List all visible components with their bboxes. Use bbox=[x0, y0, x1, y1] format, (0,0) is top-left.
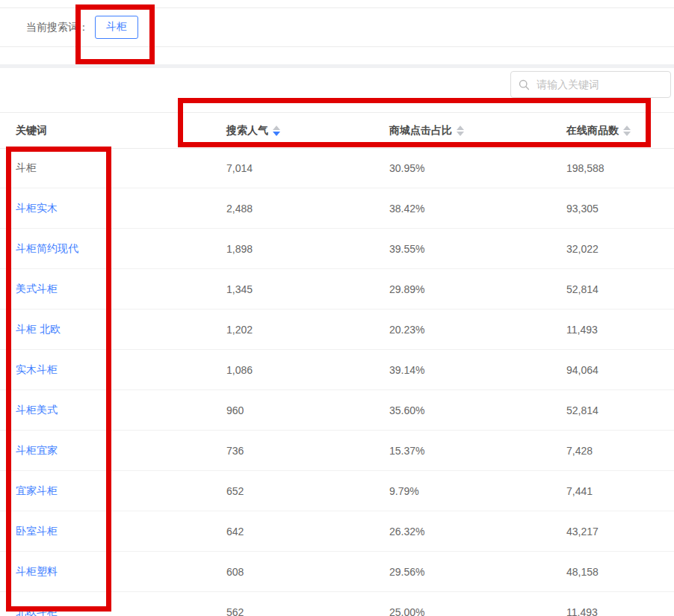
online-products-value: 93,305 bbox=[552, 203, 674, 215]
mall-click-ratio-value: 26.32% bbox=[375, 526, 552, 538]
search-popularity-value: 7,014 bbox=[212, 162, 375, 174]
online-products-value: 32,022 bbox=[552, 243, 674, 255]
sort-icon[interactable] bbox=[623, 126, 631, 136]
online-products-value: 48,158 bbox=[552, 566, 674, 578]
mall-click-ratio-value: 15.37% bbox=[375, 445, 552, 457]
search-popularity-value: 736 bbox=[212, 445, 375, 457]
keyword-link[interactable]: 北欧斗柜 bbox=[16, 606, 58, 616]
mall-click-ratio-value: 39.55% bbox=[375, 243, 552, 255]
mall-click-ratio-value: 39.14% bbox=[375, 364, 552, 376]
search-icon bbox=[519, 79, 530, 90]
keyword-link[interactable]: 卧室斗柜 bbox=[16, 525, 58, 537]
search-popularity-value: 1,898 bbox=[212, 243, 375, 255]
online-products-value: 198,588 bbox=[552, 162, 674, 174]
keyword-link: 斗柜 bbox=[16, 161, 37, 173]
search-popularity-value: 562 bbox=[212, 606, 375, 616]
keyword-link[interactable]: 斗柜塑料 bbox=[16, 565, 58, 577]
search-popularity-value: 608 bbox=[212, 566, 375, 578]
online-products-value: 43,217 bbox=[552, 526, 674, 538]
table-row: 斗柜实木 2,488 38.42% 93,305 bbox=[0, 188, 674, 229]
table-row: 斗柜简约现代 1,898 39.55% 32,022 bbox=[0, 229, 674, 269]
mall-click-ratio-value: 38.42% bbox=[375, 203, 552, 215]
table-row: 斗柜宜家 736 15.37% 7,428 bbox=[0, 431, 674, 471]
search-popularity-value: 642 bbox=[212, 526, 375, 538]
search-popularity-value: 2,488 bbox=[212, 203, 375, 215]
keyword-search-input[interactable] bbox=[535, 78, 663, 91]
table-row: 实木斗柜 1,086 39.14% 94,064 bbox=[0, 350, 674, 390]
keyword-link[interactable]: 斗柜 北欧 bbox=[16, 323, 61, 335]
keyword-link[interactable]: 斗柜实木 bbox=[16, 202, 58, 214]
table-row: 宜家斗柜 652 9.79% 7,441 bbox=[0, 471, 674, 511]
keyword-link[interactable]: 斗柜简约现代 bbox=[16, 242, 78, 254]
column-header-keyword: 关键词 bbox=[0, 124, 212, 138]
table-row: 北欧斗柜 562 25.00% 11,493 bbox=[0, 592, 674, 616]
mall-click-ratio-value: 9.79% bbox=[375, 485, 552, 497]
keyword-analytics-page: { "topbar": { "label": "当前搜索词：", "curren… bbox=[0, 0, 674, 616]
search-popularity-value: 960 bbox=[212, 404, 375, 416]
table-row: 美式斗柜 1,345 29.89% 52,814 bbox=[0, 269, 674, 309]
current-search-term-label: 当前搜索词： bbox=[26, 21, 89, 34]
keyword-link[interactable]: 斗柜宜家 bbox=[16, 444, 58, 456]
mall-click-ratio-value: 30.95% bbox=[375, 162, 552, 174]
table-row: 斗柜 北欧 1,202 20.23% 11,493 bbox=[0, 309, 674, 350]
search-popularity-value: 1,345 bbox=[212, 283, 375, 295]
mall-click-ratio-value: 20.23% bbox=[375, 324, 552, 336]
table-row: 斗柜塑料 608 29.56% 48,158 bbox=[0, 552, 674, 592]
online-products-value: 7,441 bbox=[552, 485, 674, 497]
keyword-link[interactable]: 实木斗柜 bbox=[16, 363, 58, 375]
search-popularity-value: 652 bbox=[212, 485, 375, 497]
sort-icon[interactable] bbox=[457, 126, 464, 136]
keyword-search-box[interactable] bbox=[510, 71, 671, 98]
online-products-value: 11,493 bbox=[552, 606, 674, 616]
mall-click-ratio-value: 29.56% bbox=[375, 566, 552, 578]
current-search-term-tag[interactable]: 斗柜 bbox=[95, 16, 138, 39]
mall-click-ratio-value: 29.89% bbox=[375, 283, 552, 295]
online-products-value: 7,428 bbox=[552, 445, 674, 457]
online-products-value: 52,814 bbox=[552, 283, 674, 295]
search-popularity-value: 1,086 bbox=[212, 364, 375, 376]
table-row: 斗柜 7,014 30.95% 198,588 bbox=[0, 148, 674, 188]
table-row: 卧室斗柜 642 26.32% 43,217 bbox=[0, 511, 674, 552]
online-products-value: 52,814 bbox=[552, 404, 674, 416]
table-row: 斗柜美式 960 35.60% 52,814 bbox=[0, 390, 674, 431]
sort-icon[interactable] bbox=[273, 126, 280, 136]
keyword-link[interactable]: 宜家斗柜 bbox=[16, 484, 58, 496]
column-header-mall-click-ratio[interactable]: 商城点击占比 bbox=[375, 124, 552, 138]
table-header-row: 关键词 搜索人气 商城点击占比 在线商品数 bbox=[0, 112, 674, 149]
keyword-link[interactable]: 美式斗柜 bbox=[16, 283, 58, 295]
current-search-term-bar: 当前搜索词： 斗柜 bbox=[0, 8, 674, 46]
topbar-bottom-divider bbox=[0, 46, 674, 47]
column-header-online-products[interactable]: 在线商品数 bbox=[552, 124, 674, 138]
search-popularity-value: 1,202 bbox=[212, 324, 375, 336]
online-products-value: 11,493 bbox=[552, 324, 674, 336]
mall-click-ratio-value: 25.00% bbox=[375, 606, 552, 616]
mall-click-ratio-value: 35.60% bbox=[375, 404, 552, 416]
column-header-search-popularity[interactable]: 搜索人气 bbox=[212, 124, 375, 138]
section-divider-band bbox=[0, 64, 674, 68]
keyword-link[interactable]: 斗柜美式 bbox=[16, 404, 58, 416]
online-products-value: 94,064 bbox=[552, 364, 674, 376]
table-body: 斗柜 7,014 30.95% 198,588 斗柜实木 2,488 38.42… bbox=[0, 148, 674, 616]
